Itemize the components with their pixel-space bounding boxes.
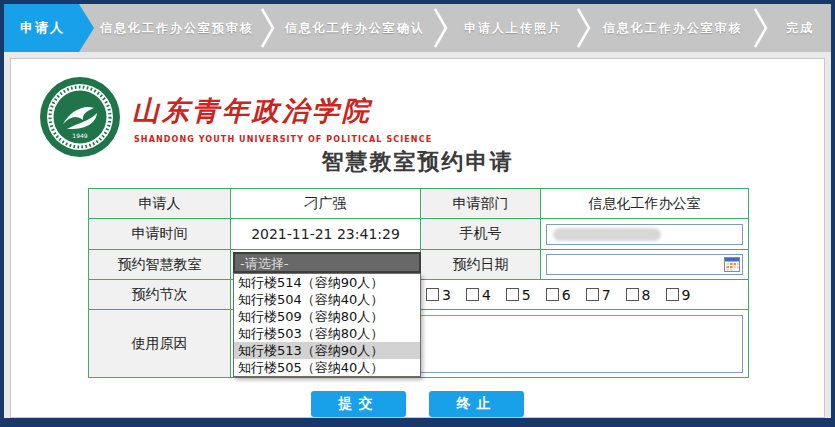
period-checkbox-label: 7 (602, 287, 611, 303)
classroom-label: 预约智慧教室 (89, 250, 231, 280)
checkbox-icon (586, 288, 599, 301)
period-checkbox-label: 3 (442, 287, 451, 303)
period-checkbox-6[interactable]: 6 (546, 287, 571, 303)
checkbox-icon (506, 288, 519, 301)
period-checkbox-label: 5 (522, 287, 531, 303)
date-label: 预约日期 (421, 250, 541, 280)
applicant-value: 刁广强 (231, 189, 421, 219)
checkbox-icon (626, 288, 639, 301)
step-separator-chevron-icon (576, 4, 592, 52)
classroom-select[interactable]: -请选择- (233, 252, 421, 273)
checkbox-icon (426, 288, 439, 301)
classroom-option-509[interactable]: 知行楼509（容纳80人） (234, 308, 420, 325)
workflow-stepper: 申请人 信息化工作办公室预审核 信息化工作办公室确认 申请人上传照片 信息化工作… (4, 4, 831, 52)
step-upload-photo: 申请人上传照片 (449, 4, 576, 52)
page-title: 智慧教室预约申请 (11, 147, 824, 177)
seal-year: 1949 (72, 132, 87, 139)
checkbox-icon (466, 288, 479, 301)
phone-label: 手机号 (421, 219, 541, 250)
main-panel: 1949 山东青年政治学院 SHANDONG YOUTH UNIVERSITY … (10, 58, 825, 418)
department-label: 申请部门 (421, 189, 541, 219)
application-window: 申请人 信息化工作办公室预审核 信息化工作办公室确认 申请人上传照片 信息化工作… (0, 0, 835, 427)
department-value: 信息化工作办公室 (541, 189, 749, 219)
submit-button[interactable]: 提交 (311, 391, 406, 417)
classroom-option-514[interactable]: 知行楼514（容纳90人） (234, 274, 420, 291)
step-separator-chevron-icon (753, 4, 769, 52)
action-button-row: 提交 终止 (11, 391, 824, 417)
step-office-precheck: 信息化工作办公室预审核 (94, 4, 260, 52)
classroom-dropdown: -请选择- 知行楼514（容纳90人） 知行楼504（容纳40人） 知行楼509… (233, 252, 421, 377)
classroom-option-505[interactable]: 知行楼505（容纳40人） (234, 359, 420, 376)
period-checkbox-label: 9 (682, 287, 691, 303)
checkbox-icon (546, 288, 559, 301)
step-complete: 完成 (769, 4, 831, 52)
step-office-confirm: 信息化工作办公室确认 (276, 4, 433, 52)
step-separator-chevron-icon (260, 4, 276, 52)
seal-icon: 1949 (39, 76, 121, 158)
phone-input[interactable] (546, 224, 743, 245)
classroom-option-503[interactable]: 知行楼503（容纳80人） (234, 325, 420, 342)
redacted-phone-blur (553, 228, 661, 241)
period-checkbox-label: 6 (562, 287, 571, 303)
step-office-review: 信息化工作办公室审核 (592, 4, 753, 52)
step-applicant: 申请人 (4, 4, 94, 52)
checkbox-icon (666, 288, 679, 301)
university-name-en: SHANDONG YOUTH UNIVERSITY OF POLITICAL S… (134, 135, 432, 144)
calendar-icon[interactable] (724, 257, 740, 272)
terminate-button[interactable]: 终止 (429, 391, 524, 417)
classroom-option-list: 知行楼514（容纳90人） 知行楼504（容纳40人） 知行楼509（容纳80人… (233, 273, 421, 377)
period-checkbox-7[interactable]: 7 (586, 287, 611, 303)
period-checkbox-3[interactable]: 3 (426, 287, 451, 303)
period-checkbox-4[interactable]: 4 (466, 287, 491, 303)
period-checkbox-label: 8 (642, 287, 651, 303)
period-checkbox-label: 4 (482, 287, 491, 303)
applicant-label: 申请人 (89, 189, 231, 219)
step-separator-chevron-icon (433, 4, 449, 52)
window-content: 申请人 信息化工作办公室预审核 信息化工作办公室确认 申请人上传照片 信息化工作… (4, 4, 831, 418)
period-checkbox-8[interactable]: 8 (626, 287, 651, 303)
reason-label: 使用原因 (89, 310, 231, 378)
date-input[interactable] (546, 254, 743, 275)
period-checkbox-9[interactable]: 9 (666, 287, 691, 303)
university-name-cn: 山东青年政治学院 (132, 93, 372, 129)
classroom-option-504[interactable]: 知行楼504（容纳40人） (234, 291, 420, 308)
apply-time-label: 申请时间 (89, 219, 231, 250)
classroom-option-513[interactable]: 知行楼513（容纳90人） (234, 342, 420, 359)
period-checkbox-5[interactable]: 5 (506, 287, 531, 303)
apply-time-value: 2021-11-21 23:41:29 (231, 219, 421, 250)
periods-label: 预约节次 (89, 280, 231, 310)
